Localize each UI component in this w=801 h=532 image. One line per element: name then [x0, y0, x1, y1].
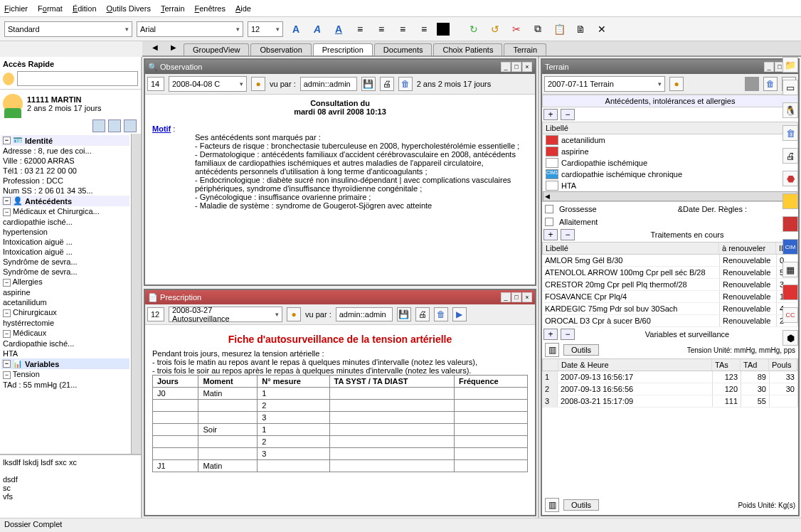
- style-select[interactable]: Standard: [4, 21, 132, 37]
- obs-document[interactable]: Consultation du mardi 08 avril 2008 10:1…: [145, 95, 535, 284]
- modules-icon[interactable]: ⬢: [783, 330, 798, 346]
- tab-prescription[interactable]: Prescription: [313, 43, 373, 55]
- delete-icon[interactable]: 🗑: [434, 307, 448, 321]
- align-left-icon[interactable]: ≡: [351, 21, 368, 38]
- view3-icon[interactable]: [124, 119, 137, 132]
- list-item[interactable]: acetanilidum: [543, 134, 797, 146]
- play-icon[interactable]: ▶: [452, 307, 467, 321]
- tab-prev-icon[interactable]: ◀: [147, 38, 164, 55]
- tab-next-icon[interactable]: ▶: [165, 38, 182, 55]
- tree-scrollbar[interactable]: [131, 134, 141, 454]
- add-icon[interactable]: +: [543, 329, 558, 340]
- tab-observation[interactable]: Observation: [250, 43, 311, 55]
- color-icon[interactable]: [437, 23, 450, 36]
- cut-icon[interactable]: ✂: [508, 21, 525, 38]
- h-scrollbar[interactable]: ◀▶: [543, 191, 797, 201]
- size-select[interactable]: 12: [248, 21, 283, 37]
- maximize-icon[interactable]: □: [511, 292, 521, 302]
- vidal-icon[interactable]: [783, 284, 798, 300]
- copy-icon[interactable]: ⧉: [529, 21, 546, 38]
- remove-icon[interactable]: −: [561, 329, 575, 340]
- italic-icon[interactable]: A: [309, 21, 326, 38]
- obs-date-select[interactable]: 2008-04-08 C: [169, 76, 247, 92]
- yellow-icon[interactable]: [783, 193, 798, 209]
- tool-icon[interactable]: ▥: [545, 343, 559, 357]
- save-icon[interactable]: 💾: [397, 307, 411, 321]
- presc-date-select[interactable]: 2008-03-27 Autosurveillance: [169, 307, 282, 322]
- presc-user[interactable]: admin::admin: [336, 307, 393, 321]
- trash-icon[interactable]: 🗑: [783, 125, 798, 141]
- doc-icon[interactable]: ▭: [783, 80, 798, 95]
- observation-titlebar[interactable]: 🔍 Observation _□×: [145, 60, 535, 74]
- tab-terrain[interactable]: Terrain: [504, 43, 546, 55]
- ccam-icon[interactable]: CC: [783, 307, 798, 323]
- save-icon[interactable]: 💾: [361, 77, 376, 91]
- add-icon[interactable]: +: [543, 109, 558, 120]
- tab-choixpatients[interactable]: Choix Patients: [433, 43, 502, 55]
- tab-documents[interactable]: Documents: [374, 43, 433, 55]
- paste-icon[interactable]: 📋: [551, 21, 568, 38]
- menu-terrain[interactable]: Terrain: [161, 4, 185, 13]
- prescription-titlebar[interactable]: 📄 Prescription _□×: [145, 290, 535, 304]
- list-item[interactable]: Cardiopathie ischémique: [543, 157, 797, 169]
- remove-icon[interactable]: −: [561, 229, 575, 240]
- notes-area[interactable]: lksdlf lskdj lsdf sxc xc dsdf sc vfs: [0, 454, 141, 518]
- maximize-icon[interactable]: □: [511, 62, 521, 72]
- menu-outils[interactable]: Outils Divers: [107, 4, 151, 13]
- toggle-icon[interactable]: −: [3, 137, 11, 144]
- list-item[interactable]: aspirine: [543, 146, 797, 157]
- menu-fenetres[interactable]: Fenêtres: [195, 4, 226, 13]
- print-icon[interactable]: 🖨: [380, 77, 394, 91]
- quick-access-input[interactable]: [17, 71, 138, 86]
- tab-groupedview[interactable]: GroupedView: [184, 43, 249, 55]
- obs-user[interactable]: admin::admin: [300, 77, 357, 91]
- record-icon[interactable]: ●: [287, 307, 301, 321]
- record-icon[interactable]: ●: [251, 77, 265, 91]
- cim10-icon[interactable]: CIM: [783, 239, 798, 255]
- printer-icon[interactable]: 🖨: [783, 148, 798, 164]
- tools-icon[interactable]: ✕: [593, 21, 610, 38]
- menu-fichier[interactable]: FFichierichier: [4, 4, 28, 13]
- patient-tree[interactable]: −🪪 Identité Adresse : 8, rue des coi... …: [0, 134, 131, 454]
- menu-format[interactable]: Format: [38, 4, 63, 13]
- align-justify-icon[interactable]: ≡: [415, 21, 433, 38]
- font-select[interactable]: Arial: [137, 21, 243, 37]
- stop-icon[interactable]: ⬣: [783, 171, 798, 186]
- delete-icon[interactable]: 🗑: [398, 77, 413, 91]
- view1-icon[interactable]: [92, 119, 105, 132]
- allaitement-checkbox[interactable]: [545, 218, 553, 226]
- record-icon[interactable]: ●: [669, 77, 684, 91]
- list-item[interactable]: CIM10cardiopathie ischémique chronique: [543, 169, 797, 180]
- align-right-icon[interactable]: ≡: [394, 21, 411, 38]
- menu-edition[interactable]: Édition: [73, 4, 97, 13]
- red-icon[interactable]: [783, 216, 798, 232]
- outils-button[interactable]: Outils: [563, 344, 599, 356]
- minimize-icon[interactable]: _: [501, 292, 511, 302]
- presc-document[interactable]: Fiche d'autosurveillance de la tension a…: [145, 325, 535, 515]
- close-icon[interactable]: ×: [522, 292, 532, 302]
- terrain-date-select[interactable]: 2007-07-11 Terrain: [544, 76, 665, 92]
- terrain-titlebar[interactable]: Terrain _□×: [542, 60, 798, 74]
- remove-icon[interactable]: −: [561, 109, 575, 120]
- minimize-icon[interactable]: _: [501, 62, 511, 72]
- undo-icon[interactable]: ↺: [487, 21, 504, 38]
- menu-aide[interactable]: Aide: [235, 4, 251, 13]
- underline-icon[interactable]: A: [330, 21, 347, 38]
- doc-icon[interactable]: 🗎: [572, 21, 589, 38]
- delete-icon[interactable]: 🗑: [763, 77, 778, 91]
- penguin-icon[interactable]: 🐧: [783, 102, 798, 118]
- minimize-icon[interactable]: _: [764, 62, 774, 72]
- list-item[interactable]: HTA: [543, 180, 797, 191]
- grossesse-checkbox[interactable]: [545, 205, 553, 213]
- redo-icon[interactable]: ↻: [465, 21, 482, 38]
- view2-icon[interactable]: [108, 119, 121, 132]
- bold-icon[interactable]: A: [287, 21, 304, 38]
- close-icon[interactable]: ×: [522, 62, 532, 72]
- outils-button[interactable]: Outils: [563, 499, 599, 511]
- print-icon[interactable]: 🖨: [415, 307, 430, 321]
- align-center-icon[interactable]: ≡: [373, 21, 390, 38]
- tool-icon[interactable]: ▥: [545, 498, 559, 512]
- gray-icon[interactable]: [745, 77, 759, 91]
- folder-icon[interactable]: 📁: [783, 57, 798, 73]
- add-icon[interactable]: +: [543, 229, 558, 240]
